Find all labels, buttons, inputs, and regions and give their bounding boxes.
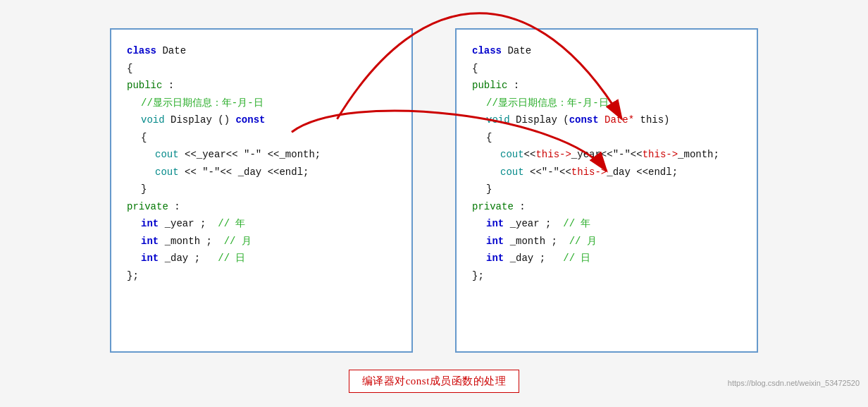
main-container: class Date { public : //显示日期信息：年-月-日 voi… bbox=[0, 14, 868, 393]
right-code-box: class Date { public : //显示日期信息：年-月-日 voi… bbox=[455, 28, 758, 353]
code-panels: class Date { public : //显示日期信息：年-月-日 voi… bbox=[0, 14, 868, 367]
left-code-box: class Date { public : //显示日期信息：年-月-日 voi… bbox=[110, 28, 413, 353]
caption-box: 编译器对const成员函数的处理 bbox=[349, 370, 520, 393]
url-text: https://blog.csdn.net/weixin_53472520 bbox=[728, 379, 860, 387]
caption-text: 编译器对const成员函数的处理 bbox=[362, 375, 507, 387]
